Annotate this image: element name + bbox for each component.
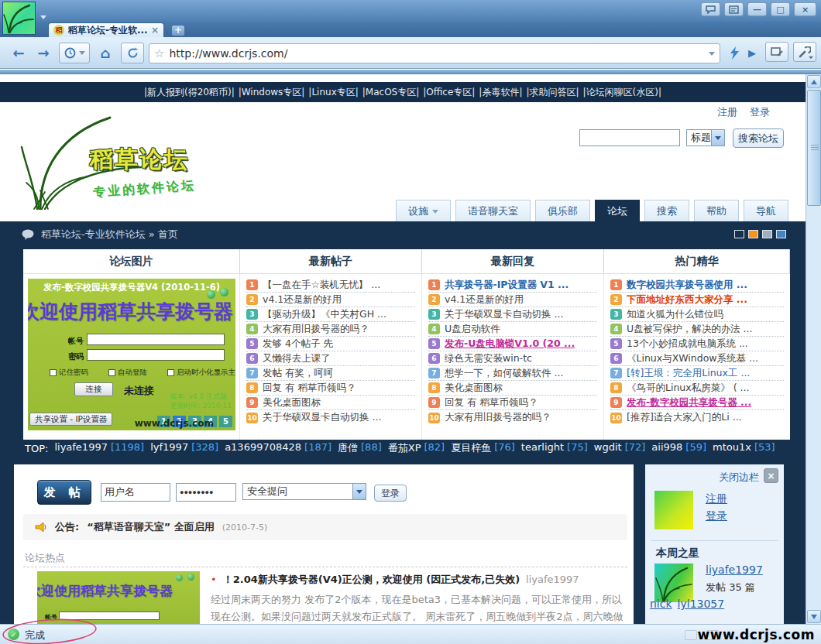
reply-list-item[interactable]: 5 发布-U盘电脑锁V1.0 (20 ...	[428, 337, 597, 351]
page-tools-button[interactable]	[765, 42, 788, 62]
url-dropdown-caret-icon[interactable]	[709, 52, 715, 56]
post-link[interactable]: 发够 4个帖子 先	[263, 337, 333, 351]
sidebar-close-button[interactable]: ×	[764, 468, 778, 483]
reply-list-item[interactable]: 9 回复 有 稻草币领吗？	[428, 396, 597, 410]
style-square[interactable]	[762, 230, 772, 238]
select-arrow-icon[interactable]	[352, 484, 366, 499]
digest-link[interactable]: 知道火狐为什么错位吗	[627, 308, 723, 321]
top-nav-link[interactable]: |新人报到(得20稻币)|	[144, 86, 235, 99]
hot-topic-title[interactable]: ！2.04新共享拨号器(V4)正公测，欢迎使用 (因正式发布,已失效)	[223, 573, 520, 587]
nick-label-link[interactable]: nick	[650, 598, 672, 610]
scrollbar-thumb[interactable]	[807, 90, 821, 206]
top-user[interactable]: liyafe1997 [1198]	[54, 441, 144, 455]
close-button[interactable]: ×	[794, 2, 816, 16]
post-list-item[interactable]: 9 美化桌面图标	[246, 396, 415, 410]
login-submit-button[interactable]: 登录	[374, 485, 407, 502]
reply-list-item[interactable]: 6 绿色无需安装win-tc	[428, 351, 597, 366]
top-nav-link[interactable]: |MacOS专区|	[362, 86, 419, 99]
post-list-item[interactable]: 1 【一盘在手☆装机无忧】 ...	[246, 278, 415, 293]
post-link[interactable]: v4.1还是新的好用	[263, 293, 342, 307]
top-user[interactable]: a13699708428 [187]	[225, 441, 331, 455]
reply-list-item[interactable]: 2 v4.1还是新的好用	[428, 293, 597, 307]
password-input[interactable]	[176, 483, 236, 502]
digest-link[interactable]: 《鸟哥的Linux私房菜》 ( ...	[627, 382, 749, 395]
digest-list-item[interactable]: 5 13个小妙招成就电脑系统 ...	[610, 337, 784, 351]
breadcrumb-text[interactable]: 稻草论坛-专业软件论坛 » 首页	[41, 228, 178, 242]
tab-close-icon[interactable]: ×	[151, 25, 159, 36]
slideshow-page-button[interactable]: 5	[219, 416, 232, 427]
feedback-bubble-button[interactable]	[701, 2, 720, 16]
style-square[interactable]	[776, 230, 786, 238]
sidebar-close-label[interactable]: 关闭边栏	[719, 471, 759, 485]
reply-link[interactable]: 回复 有 稻草币领吗？	[445, 396, 538, 409]
digest-list-item[interactable]: 3 知道火狐为什么错位吗	[610, 307, 784, 322]
security-question-select[interactable]: 安全提问	[242, 483, 366, 500]
reply-link[interactable]: 想学一下，如何破解软件 ...	[445, 367, 563, 380]
search-type-select[interactable]: 标题	[686, 129, 725, 146]
menu-tab[interactable]: 导航	[744, 200, 788, 222]
search-input[interactable]	[579, 129, 680, 146]
app-menu-caret[interactable]	[40, 15, 46, 19]
top-nav-link[interactable]: |求助问答区|	[526, 86, 579, 99]
digest-link[interactable]: 13个小妙招成就电脑系统 ...	[627, 337, 748, 351]
top-nav-link[interactable]: |杀毒软件|	[479, 86, 522, 99]
nick-name-link[interactable]: lyl13057	[678, 598, 725, 610]
digest-list-item[interactable]: 4 U盘被写保护，解决的办法 ...	[610, 322, 784, 337]
post-link[interactable]: 关于华硕双显卡自动切换 ...	[263, 411, 381, 424]
scroll-down-button[interactable]	[807, 610, 821, 623]
vertical-scrollbar[interactable]	[806, 74, 821, 624]
top-nav-link[interactable]: |Linux专区|	[308, 86, 358, 99]
reply-link[interactable]: 美化桌面图标	[445, 382, 503, 395]
new-tab-button[interactable]: +	[171, 25, 185, 36]
top-user[interactable]: wgdit [72]	[594, 441, 646, 455]
history-button[interactable]	[59, 43, 90, 63]
menu-tab[interactable]: 语音聊天室	[455, 200, 531, 222]
top-user[interactable]: 夏目梓鱼 [76]	[451, 441, 515, 455]
top-user-name[interactable]: mtou1x	[713, 441, 751, 455]
top-user-name[interactable]: wgdit	[594, 441, 622, 455]
settings-tools-button[interactable]	[793, 42, 816, 62]
digest-list-item[interactable]: 8 《鸟哥的Linux私房菜》 ( ...	[610, 381, 784, 396]
menu-tab[interactable]: 帮助	[694, 200, 739, 222]
digest-link[interactable]: [推荐]适合大家入门的Li ...	[627, 411, 742, 424]
digest-link[interactable]: [转]王垠：完全用Linux工 ...	[627, 367, 750, 380]
url-text[interactable]: http://www.dcrjs.com/	[169, 47, 704, 60]
reply-list-item[interactable]: 8 美化桌面图标	[428, 381, 597, 396]
top-user-name[interactable]: a13699708428	[225, 441, 301, 455]
post-link[interactable]: 回复 有 稻草币领吗？	[263, 382, 356, 395]
top-user-name[interactable]: aii998	[651, 441, 682, 455]
top-user-name[interactable]: 唐僧	[338, 441, 358, 455]
search-forum-button[interactable]: 搜索论坛	[733, 128, 784, 148]
quick-launch-button[interactable]	[725, 43, 744, 63]
sidebar-register-link[interactable]: 注册	[706, 492, 727, 506]
reply-link[interactable]: 绿色无需安装win-tc	[445, 352, 532, 365]
home-button[interactable]: ⌂	[94, 43, 116, 63]
refresh-button[interactable]	[121, 43, 144, 63]
reply-list-item[interactable]: 7 想学一下，如何破解软件 ...	[428, 366, 597, 381]
top-user[interactable]: 唐僧 [88]	[338, 441, 382, 455]
menu-tab[interactable]: 设施	[396, 200, 451, 222]
reply-list-item[interactable]: 4 U盘启动软件	[428, 322, 597, 337]
scroll-up-button[interactable]	[807, 75, 821, 88]
maximize-button[interactable]: □	[771, 2, 790, 16]
digest-list-item[interactable]: 1 数字校园共享拨号器使用 ...	[610, 278, 784, 293]
top-user[interactable]: aii998 [59]	[651, 441, 706, 455]
reply-link[interactable]: 大家有用旧拨号器的吗？	[445, 411, 551, 424]
top-nav-link[interactable]: |Office专区|	[423, 86, 475, 99]
top-user-name[interactable]: liyafe1997	[54, 441, 108, 455]
style-square[interactable]	[748, 230, 758, 238]
reply-link[interactable]: v4.1还是新的好用	[445, 293, 524, 307]
post-list-item[interactable]: 10 关于华硕双显卡自动切换 ...	[246, 410, 415, 425]
reply-list-item[interactable]: 1 共享拨号器-IP设置器 V1 ...	[428, 278, 597, 293]
top-user-name[interactable]: lyf1997	[150, 441, 188, 455]
top-user[interactable]: tearlight [75]	[521, 441, 588, 455]
post-link[interactable]: 【驱动升级】《中关村GH ...	[263, 308, 386, 321]
digest-link[interactable]: 发布-数字校园共享拨号器 ...	[627, 396, 751, 409]
style-square[interactable]	[734, 230, 744, 238]
app-logo-icon[interactable]	[2, 2, 36, 35]
digest-list-item[interactable]: 2 下面地址好东西大家分享 ...	[610, 293, 784, 307]
hot-topic-author[interactable]: liyafe1997	[526, 574, 579, 585]
go-button[interactable]: ▶	[745, 43, 759, 63]
menu-tab[interactable]: 搜索	[644, 200, 689, 222]
top-nav-link[interactable]: |Windows专区|	[239, 86, 305, 99]
